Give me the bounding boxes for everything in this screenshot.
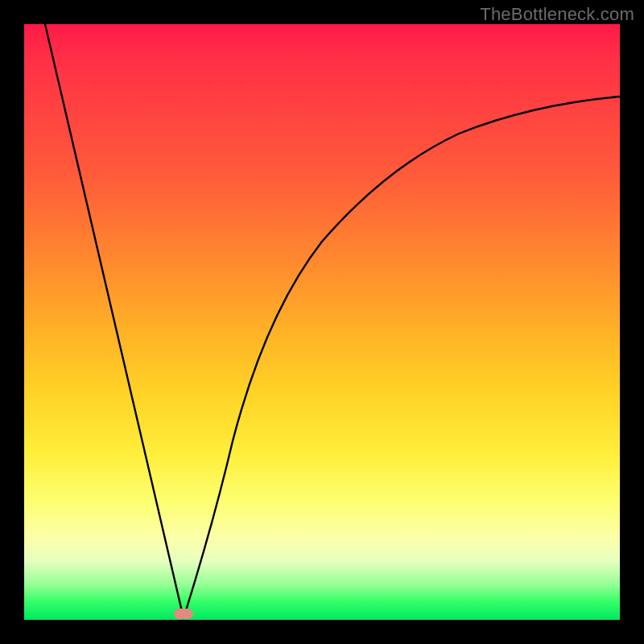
watermark-text: TheBottleneck.com [480, 4, 634, 25]
plot-area [24, 24, 620, 620]
chart-frame: TheBottleneck.com [0, 0, 644, 644]
curve-left-branch [45, 24, 184, 618]
curve-right-branch [184, 97, 620, 618]
optimal-point-marker [174, 609, 193, 619]
bottleneck-curve [24, 24, 620, 620]
